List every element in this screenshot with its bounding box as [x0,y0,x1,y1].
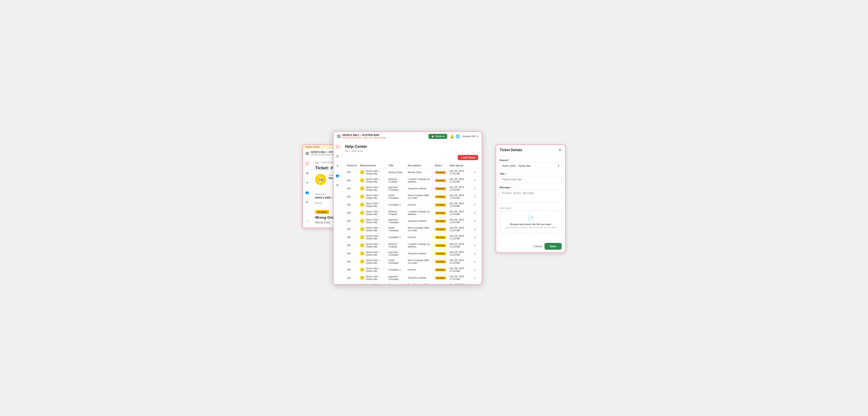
title-input[interactable] [500,176,562,183]
clock-icon: ⏰ [431,135,434,138]
close-button[interactable]: ✕ [558,148,562,152]
sidenav-home-icon[interactable]: ⊙ [335,143,341,150]
delete-icon[interactable]: 🗑 [473,260,476,263]
sidenav-settings-icon[interactable]: ⚙ [335,182,341,188]
col-requested-by: Requested by [358,163,386,168]
left-sidebar-nav: ⊙ ⊞ ✦ 👥 ⚙ i [303,158,312,228]
hamburger-menu[interactable] [306,152,309,155]
cell-requested-by: 👨‍🍳 Hoss's Deli – Oyster Bar [358,201,386,209]
cell-status: Pending [433,168,448,176]
delete-icon[interactable]: 🗑 [473,203,476,206]
save-button[interactable]: Save [545,243,562,250]
help-center-card: HOSS'S DELI – OYSTER BAR 805 East Pointe… [333,131,482,285]
table-row[interactable]: 242 👨‍🍳 Hoss's Deli – Oyster Bar Order C… [345,193,478,201]
cell-status: Pending [433,233,448,241]
add-ticket-button[interactable]: + Add Ticket [458,155,478,160]
language-icon[interactable]: 🌐 [456,134,460,138]
table-row[interactable]: 242 👨‍🍳 Hoss's Deli – Oyster Bar Order C… [345,282,478,284]
cell-actions: 🗑 [471,249,478,257]
nav-users-icon[interactable]: 👥 [304,189,310,196]
cell-description: hrororm [406,201,433,209]
cell-date: Dec 09, 2024 11:35 AM [448,266,471,274]
restaurant-mini-logo: 👨‍🍳 [360,284,364,284]
table-row[interactable]: 240 👨‍🍳 Hoss's Deli – Oyster Bar Complai… [345,266,478,274]
delete-icon[interactable]: 🗑 [473,179,476,182]
delete-icon[interactable]: 🗑 [473,171,476,174]
cell-title: Delivery Cmplain [387,241,406,249]
cell-date: Dec 09, 2024 11:35 AM [448,282,471,284]
table-row[interactable]: 243 👨‍🍳 Hoss's Deli – Oyster Bar payment… [345,184,478,193]
delete-icon[interactable]: 🗑 [473,244,476,247]
cell-title: Delivery Cmplain [387,209,406,217]
cell-actions: 🗑 [471,209,478,217]
clock-in-button[interactable]: ⏰ Clock in [429,134,447,139]
cell-ticket-id: 240 [345,233,358,241]
delete-icon[interactable]: 🗑 [473,227,476,231]
restaurant-mini-logo: 👨‍🍳 [360,227,364,231]
cell-title: Order Complain [387,282,406,284]
cell-status: Pending [433,282,448,284]
cell-date: Dec 09, 2024 11:35 AM [448,176,471,184]
delete-icon[interactable]: 🗑 [473,252,476,255]
table-row[interactable]: 244 👨‍🍳 Hoss's Deli – Oyster Bar Deliver… [345,209,478,217]
nav-grid-icon[interactable]: ⊞ [304,170,310,176]
delete-icon[interactable]: 🗑 [473,235,476,239]
form-title: Ticket Detials [500,148,522,152]
table-row[interactable]: 244 👨‍🍳 Hoss's Deli – Oyster Bar Deliver… [345,241,478,249]
delete-icon[interactable]: 🗑 [473,276,476,280]
table-row[interactable]: 243 👨‍🍳 Hoss's Deli – Oyster Bar payment… [345,217,478,225]
nav-home-icon[interactable]: ⊙ [304,161,310,167]
cell-requested-by: 👨‍🍳 Hoss's Deli – Oyster Bar [358,209,386,217]
branch-field: Branch * Hoss's Deli – Oyster Bar ▾ [500,159,562,169]
topbar-icons: 🔔 🌐 [450,134,460,138]
nav-settings-icon[interactable]: ⚙ [304,199,310,205]
sidenav-grid-icon[interactable]: ⊞ [335,153,341,159]
sidenav-users-icon[interactable]: 👥 [335,172,341,179]
user-menu[interactable]: Hossam HR ▾ [463,135,478,138]
cell-description: I couldn't change my address [406,241,433,249]
cell-ticket-id: 244 [345,209,358,217]
restaurant-mini-logo: 👨‍🍳 [360,243,364,247]
cell-date: Dec 09, 2024 11:35 AM [448,168,471,176]
middle-brand: HOSS'S DELI – OYSTER BAR 805 East Pointe… [337,134,386,139]
cell-date: Dec 09, 2024 11:35 AM [448,274,471,282]
delete-icon[interactable]: 🗑 [473,268,476,271]
restaurant-mini-logo: 👨‍🍳 [360,195,364,199]
cell-ticket-id: 244 [345,241,358,249]
middle-brand-address[interactable]: 805 East Pointe Drive , Ithaca, NY 14850… [342,137,386,139]
message-input[interactable] [500,189,562,203]
delete-icon[interactable]: 🗑 [473,187,476,190]
sidenav-utensils-icon[interactable]: ✦ [335,163,341,169]
nav-utensils-icon[interactable]: ✦ [304,180,310,186]
delete-icon[interactable]: 🗑 [473,219,476,223]
delete-icon[interactable]: 🗑 [473,211,476,215]
table-row[interactable]: 240 👨‍🍳 Hoss's Deli – Oyster Bar Complai… [345,201,478,209]
table-row[interactable]: 245 👨‍🍳 Hoss's Deli – Oyster Bar Wrong O… [345,168,478,176]
cell-title: payment Complain [387,249,406,257]
restaurant-mini-logo: 👨‍🍳 [360,259,364,264]
table-row[interactable]: 243 👨‍🍳 Hoss's Deli – Oyster Bar payment… [345,249,478,257]
cell-status: Pending [433,184,448,193]
cell-status: Pending [433,225,448,233]
cell-actions: 🗑 [471,184,478,193]
table-row[interactable]: 244 👨‍🍳 Hoss's Deli – Oyster Bar Deliver… [345,176,478,184]
branch-select[interactable]: Hoss's Deli – Oyster Bar ▾ [500,162,562,169]
cell-actions: 🗑 [471,225,478,233]
nav-info-icon[interactable]: i [305,219,309,223]
restaurant-mini-logo: 👨‍🍳 [360,186,364,190]
table-row[interactable]: 242 👨‍🍳 Hoss's Deli – Oyster Bar Order C… [345,225,478,233]
table-row[interactable]: 240 👨‍🍳 Hoss's Deli – Oyster Bar Complai… [345,233,478,241]
cell-actions: 🗑 [471,176,478,184]
col-title: Title [387,163,406,168]
cancel-button[interactable]: Cancel [533,245,542,248]
table-row[interactable]: 243 👨‍🍳 Hoss's Deli – Oyster Bar payment… [345,274,478,282]
table-row[interactable]: 242 👨‍🍳 Hoss's Deli – Oyster Bar Order C… [345,257,478,266]
form-header: Ticket Detials ✕ [496,145,565,155]
middle-hamburger[interactable] [337,135,341,138]
notification-icon[interactable]: 🔔 [450,134,454,138]
upload-area[interactable]: 📄 Browse and select the file you want Lo… [500,211,562,234]
cell-ticket-id: 243 [345,184,358,193]
delete-icon[interactable]: 🗑 [473,195,476,198]
cell-actions: 🗑 [471,257,478,266]
cell-actions: 🗑 [471,201,478,209]
